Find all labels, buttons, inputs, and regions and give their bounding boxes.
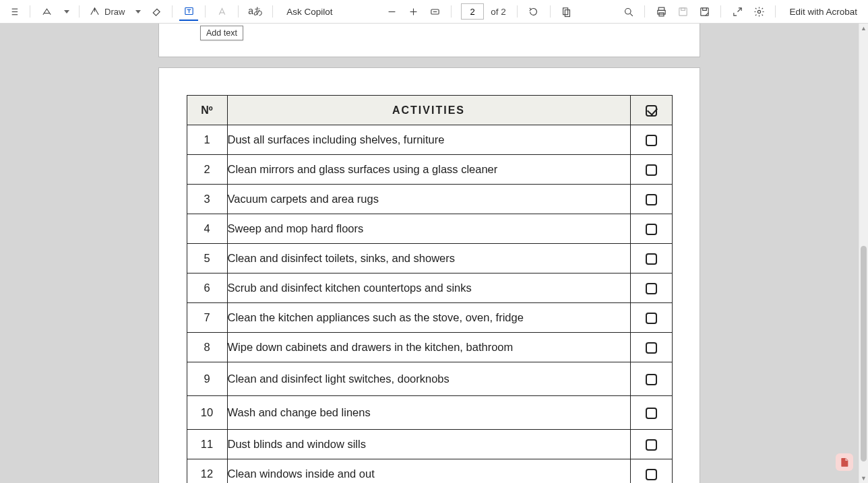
row-number: 3 xyxy=(187,185,227,214)
row-number: 9 xyxy=(187,362,227,396)
row-activity: Dust blinds and window sills xyxy=(227,430,630,459)
scroll-down-arrow[interactable]: ▼ xyxy=(859,474,868,483)
translate-button[interactable]: aあ xyxy=(245,2,266,21)
separator xyxy=(451,5,452,18)
svg-rect-25 xyxy=(681,7,685,10)
row-activity: Wash and change bed linens xyxy=(227,396,630,430)
erase-button[interactable] xyxy=(146,2,165,21)
pdf-toolbar: Draw aあ Ask Copilot xyxy=(0,0,868,24)
checkbox-icon[interactable] xyxy=(646,135,657,146)
row-activity: Clean and disinfect toilets, sinks, and … xyxy=(227,244,630,273)
row-checkbox-cell xyxy=(630,244,672,273)
checkbox-icon[interactable] xyxy=(646,283,657,294)
toolbar-center-group: of 2 xyxy=(382,2,576,21)
ask-copilot-button[interactable]: Ask Copilot xyxy=(280,2,339,21)
checkbox-icon[interactable] xyxy=(646,253,657,265)
table-row: 12 Clean windows inside and out xyxy=(187,459,672,484)
text-style-icon xyxy=(216,6,228,18)
scroll-area[interactable]: Nº ACTIVITIES 1Dust all surfaces includi… xyxy=(0,24,859,483)
fullscreen-icon xyxy=(732,6,743,18)
table-row: 1Dust all surfaces including shelves, fu… xyxy=(187,125,672,155)
pen-icon xyxy=(89,6,100,18)
checkbox-icon[interactable] xyxy=(646,342,657,354)
row-number: 2 xyxy=(187,155,227,185)
vertical-scrollbar[interactable]: ▲ ▼ xyxy=(859,24,868,483)
print-button[interactable] xyxy=(652,2,671,21)
document-viewport: Nº ACTIVITIES 1Dust all surfaces includi… xyxy=(0,24,868,483)
row-checkbox-cell xyxy=(630,214,672,244)
zoom-out-button[interactable] xyxy=(382,2,401,21)
separator xyxy=(517,5,518,18)
svg-point-19 xyxy=(625,8,631,14)
checkbox-icon[interactable] xyxy=(646,408,657,419)
scroll-up-arrow[interactable]: ▲ xyxy=(859,24,868,33)
fullscreen-button[interactable] xyxy=(728,2,747,21)
page-gap xyxy=(158,57,700,67)
checkbox-icon[interactable] xyxy=(646,439,657,451)
page-view-icon xyxy=(561,6,572,18)
row-activity: Scrub and disinfect kitchen countertops … xyxy=(227,273,630,303)
table-row: 3 Vacuum carpets and area rugs xyxy=(187,185,672,214)
separator xyxy=(205,5,206,18)
acrobat-icon xyxy=(839,457,850,468)
page-view-button[interactable] xyxy=(557,2,576,21)
row-activity: Clean and disinfect light switches, door… xyxy=(227,362,630,396)
row-number: 6 xyxy=(187,273,227,303)
separator xyxy=(272,5,273,18)
row-number: 8 xyxy=(187,333,227,362)
draw-tool-button[interactable]: Draw xyxy=(86,2,127,21)
table-row: 10 Wash and change bed linens xyxy=(187,396,672,430)
toc-button[interactable] xyxy=(4,2,23,21)
search-button[interactable] xyxy=(619,2,638,21)
fit-width-button[interactable] xyxy=(425,2,444,21)
ask-copilot-label: Ask Copilot xyxy=(286,7,332,17)
row-activity: Vacuum carpets and area rugs xyxy=(227,185,630,214)
table-row: 9 Clean and disinfect light switches, do… xyxy=(187,362,672,396)
scroll-thumb[interactable] xyxy=(861,246,867,461)
highlighter-icon xyxy=(41,6,53,18)
checkbox-icon[interactable] xyxy=(646,374,657,385)
save-as-button[interactable] xyxy=(695,2,714,21)
edit-with-acrobat-button[interactable]: Edit with Acrobat xyxy=(782,2,864,21)
table-row: 6 Scrub and disinfect kitchen countertop… xyxy=(187,273,672,303)
separator xyxy=(644,5,645,18)
table-header-row: Nº ACTIVITIES xyxy=(187,96,672,125)
rotate-button[interactable] xyxy=(524,2,543,21)
row-checkbox-cell xyxy=(630,430,672,459)
fit-width-icon xyxy=(429,6,441,18)
page-number-input[interactable] xyxy=(461,3,484,20)
row-activity: Clean mirrors and glass surfaces using a… xyxy=(227,155,630,185)
table-row: 8 Wipe down cabinets and drawers in the … xyxy=(187,333,672,362)
checkbox-icon[interactable] xyxy=(646,469,657,480)
row-checkbox-cell xyxy=(630,155,672,185)
svg-rect-26 xyxy=(701,7,708,15)
acrobat-badge[interactable] xyxy=(836,453,853,471)
checkbox-icon[interactable] xyxy=(646,164,657,176)
chevron-down-icon xyxy=(64,10,69,13)
highlighter-button[interactable] xyxy=(37,2,56,21)
row-checkbox-cell xyxy=(630,303,672,333)
row-number: 10 xyxy=(187,396,227,430)
table-row: 2Clean mirrors and glass surfaces using … xyxy=(187,155,672,185)
add-text-tooltip: Add text xyxy=(200,26,243,40)
svg-line-20 xyxy=(630,13,633,16)
add-text-button[interactable] xyxy=(179,2,198,21)
svg-line-27 xyxy=(737,7,741,11)
header-activities: ACTIVITIES xyxy=(227,96,630,125)
checkbox-icon[interactable] xyxy=(646,224,657,235)
settings-button[interactable] xyxy=(749,2,768,21)
zoom-in-button[interactable] xyxy=(404,2,423,21)
row-number: 1 xyxy=(187,125,227,155)
svg-rect-24 xyxy=(679,7,687,15)
row-checkbox-cell xyxy=(630,125,672,155)
text-style-button xyxy=(212,2,231,21)
translate-icon: aあ xyxy=(248,5,263,18)
highlighter-dropdown[interactable] xyxy=(59,2,72,21)
row-checkbox-cell xyxy=(630,333,672,362)
checkbox-icon[interactable] xyxy=(646,313,657,324)
checkbox-icon[interactable] xyxy=(646,194,657,205)
separator xyxy=(79,5,80,18)
row-checkbox-cell xyxy=(630,396,672,430)
svg-rect-18 xyxy=(565,9,570,16)
draw-dropdown[interactable] xyxy=(130,2,144,21)
